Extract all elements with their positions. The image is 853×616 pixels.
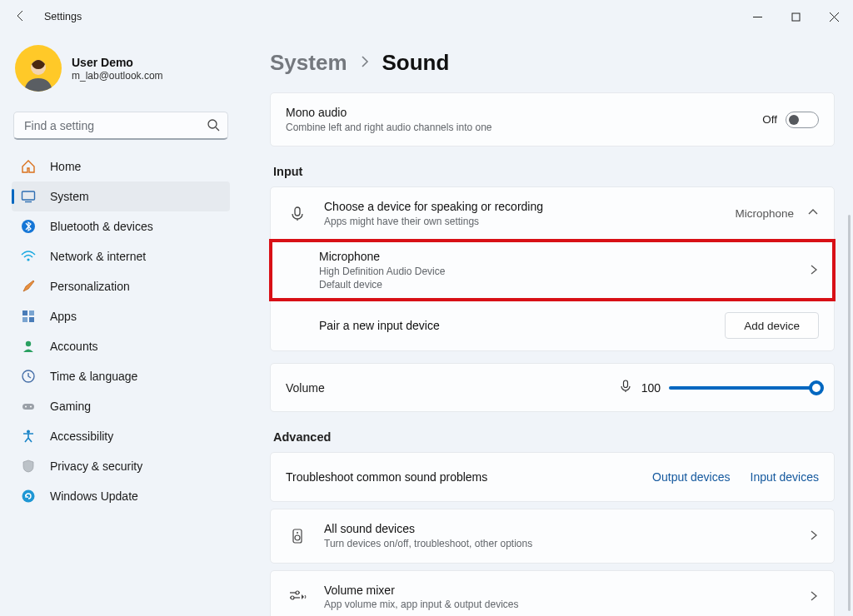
clock-icon [20,368,37,385]
mono-sub: Combine left and right audio channels in… [286,121,762,134]
mono-toggle[interactable] [786,112,819,128]
pair-title: Pair a new input device [319,318,725,334]
microphone-icon[interactable] [618,379,633,396]
all-sound-devices-card[interactable]: All sound devices Turn devices on/off, t… [270,509,835,563]
back-button[interactable] [12,9,29,25]
nav-item-bluetooth[interactable]: Bluetooth & devices [12,211,230,241]
svg-point-17 [25,406,27,408]
choose-input-device-row[interactable]: Choose a device for speaking or recordin… [271,187,834,240]
volume-slider[interactable] [669,380,819,395]
svg-point-27 [296,591,299,594]
window-controls [738,0,853,33]
chevron-right-icon [809,529,819,543]
svg-rect-1 [792,13,800,21]
input-devices-link[interactable]: Input devices [751,470,820,484]
section-advanced-header: Advanced [273,430,835,444]
microphone-device-row[interactable]: Microphone High Definition Audio Device … [271,241,834,300]
account-header[interactable]: User Demo m_lab@outlook.com [12,42,230,107]
microphone-sub2: Default device [319,278,801,291]
shield-icon [20,458,37,474]
nav-item-label: System [50,190,89,203]
mono-audio-row[interactable]: Mono audio Combine left and right audio … [271,93,834,146]
volume-label: Volume [286,381,325,395]
nav-item-label: Bluetooth & devices [50,220,153,233]
all-devices-title: All sound devices [324,521,801,537]
scrollbar[interactable] [848,215,851,611]
chevron-right-icon [809,590,819,604]
svg-rect-21 [295,207,300,216]
account-email: m_lab@outlook.com [72,70,163,82]
nav-item-accounts[interactable]: Accounts [12,331,230,361]
output-devices-link[interactable]: Output devices [652,470,730,484]
person-icon [20,338,37,355]
bluetooth-icon [20,218,37,235]
chevron-right-icon [359,54,371,72]
svg-line-5 [216,127,219,131]
svg-rect-13 [29,317,34,322]
svg-rect-16 [22,404,34,410]
nav-item-privacy[interactable]: Privacy & security [12,451,230,481]
system-icon [20,188,37,205]
wifi-icon [20,248,37,265]
nav-item-label: Accessibility [50,430,113,443]
nav-item-time-language[interactable]: Time & language [12,361,230,391]
svg-point-25 [297,532,298,534]
nav-item-system[interactable]: System [12,181,230,211]
nav-item-label: Home [50,160,81,173]
search-input[interactable] [13,112,228,140]
window-title: Settings [44,11,82,22]
mixer-icon [286,589,309,605]
mixer-sub: App volume mix, app input & output devic… [324,598,801,611]
sidebar: User Demo m_lab@outlook.com Home System … [0,33,242,616]
breadcrumb-current: Sound [382,50,450,76]
chevron-right-icon [809,264,819,277]
troubleshoot-title: Troubleshoot common sound problems [286,469,632,485]
mono-state-label: Off [762,113,777,126]
svg-point-20 [22,490,35,503]
troubleshoot-row: Troubleshoot common sound problems Outpu… [271,453,834,501]
volume-value: 100 [641,381,661,395]
update-icon [20,488,37,504]
nav-item-network[interactable]: Network & internet [12,241,230,271]
nav-item-label: Accounts [50,340,98,353]
nav-item-label: Personalization [50,280,130,293]
nav-item-apps[interactable]: Apps [12,301,230,331]
nav-item-label: Time & language [50,370,137,383]
search-icon [207,118,220,134]
speaker-icon [286,528,309,544]
accessibility-icon [20,428,37,445]
svg-point-29 [291,596,294,599]
minimize-button[interactable] [738,0,776,33]
search-container [13,112,228,140]
svg-rect-11 [29,310,34,315]
nav-item-personalization[interactable]: Personalization [12,271,230,301]
section-input-header: Input [273,165,835,178]
maximize-button[interactable] [776,0,815,33]
svg-point-19 [27,430,30,434]
breadcrumb-parent[interactable]: System [270,50,347,76]
svg-rect-10 [22,310,27,315]
svg-point-4 [208,120,217,128]
chevron-up-icon [807,206,819,221]
selected-input-device: Microphone [735,207,794,220]
microphone-sub: High Definition Audio Device [319,265,801,278]
all-devices-sub: Turn devices on/off, troubleshoot, other… [324,537,801,550]
close-button[interactable] [815,0,853,33]
volume-mixer-card[interactable]: Volume mixer App volume mix, app input &… [270,570,835,617]
nav-list: Home System Bluetooth & devices Network … [12,152,230,511]
nav-item-accessibility[interactable]: Accessibility [12,421,230,451]
add-device-button[interactable]: Add device [725,312,819,339]
avatar [15,45,62,92]
breadcrumb: System Sound [270,50,835,76]
nav-item-home[interactable]: Home [12,152,230,181]
svg-rect-12 [22,317,27,322]
nav-item-update[interactable]: Windows Update [12,481,230,511]
choose-device-sub: Apps might have their own settings [324,215,735,228]
input-volume-row: Volume 100 [271,364,834,411]
nav-item-gaming[interactable]: Gaming [12,391,230,421]
nav-item-label: Windows Update [50,489,138,503]
nav-item-label: Privacy & security [50,460,142,473]
nav-item-label: Apps [50,310,77,323]
nav-item-label: Gaming [50,400,91,413]
gamepad-icon [20,398,37,415]
